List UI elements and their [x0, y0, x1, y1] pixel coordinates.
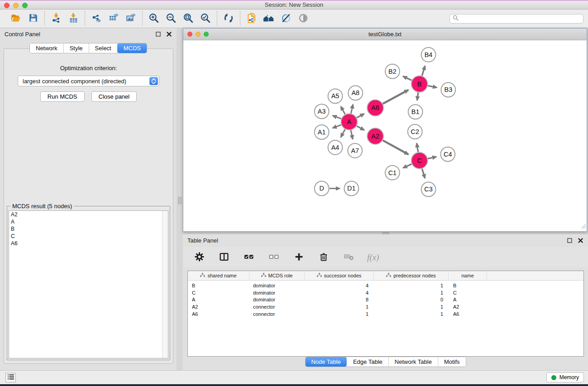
graph-node-C2[interactable]: C2 [408, 124, 422, 139]
settings-gear-button[interactable] [193, 251, 206, 264]
select-all-checkboxes-button[interactable] [243, 251, 255, 264]
table-cell[interactable]: 8 [305, 297, 374, 302]
graph-node-C1[interactable]: C1 [385, 166, 400, 180]
edge-A-A2[interactable] [357, 126, 364, 130]
clone-network-button[interactable] [245, 12, 258, 25]
graph-node-A1[interactable]: A1 [315, 125, 329, 139]
tab-network-table[interactable]: Network Table [388, 357, 438, 367]
close-network-window-button[interactable] [187, 32, 192, 37]
zoom-selected-button[interactable] [199, 12, 212, 25]
graph-node-C3[interactable]: C3 [421, 182, 436, 197]
delete-column-button[interactable] [317, 251, 330, 264]
tab-mcds[interactable]: MCDS [117, 43, 147, 53]
tab-motifs[interactable]: Motifs [438, 357, 466, 367]
mcds-result-item[interactable]: A2 [9, 211, 168, 218]
memory-button[interactable]: Memory [546, 372, 584, 382]
table-cell[interactable]: B [449, 283, 487, 288]
edge-B-B4[interactable] [422, 66, 425, 76]
hide-details-button[interactable] [280, 12, 292, 25]
save-session-button[interactable] [27, 12, 39, 25]
edge-B-B2[interactable] [403, 76, 411, 81]
deselect-all-checkboxes-button[interactable] [268, 251, 280, 264]
graph-node-A[interactable]: A [341, 114, 357, 130]
table-cell[interactable]: dominator [249, 297, 305, 302]
graph-node-B[interactable]: B [411, 76, 428, 92]
table-cell[interactable]: dominator [249, 290, 305, 295]
table-cell[interactable]: B [188, 283, 249, 288]
table-cell[interactable]: 4 [305, 283, 374, 288]
table-cell[interactable]: A2 [449, 304, 487, 310]
edge-A6-B[interactable] [383, 90, 408, 104]
edge-B-B3[interactable] [428, 86, 437, 87]
graph-node-C4[interactable]: C4 [440, 147, 455, 162]
export-network-button[interactable] [90, 12, 103, 25]
zoom-in-button[interactable] [148, 12, 160, 25]
import-table-button[interactable] [67, 12, 80, 25]
close-panel-action-button[interactable]: Close panel [91, 91, 137, 102]
column-header-shared-name[interactable]: shared name [188, 271, 249, 280]
graph-node-A5[interactable]: A5 [328, 89, 343, 103]
edge-A-A5[interactable] [341, 106, 345, 114]
table-cell[interactable]: connector [249, 311, 305, 317]
graph-node-A6[interactable]: A6 [367, 100, 383, 116]
optimization-criterion-select[interactable]: largest connected component (directed) [18, 76, 159, 86]
minimize-window-button[interactable] [13, 3, 19, 8]
edge-C-C2[interactable] [417, 143, 418, 152]
scrollbar-track[interactable] [162, 211, 168, 358]
table-cell[interactable]: 4 [305, 290, 374, 295]
table-cell[interactable]: 0 [374, 297, 449, 302]
close-table-panel-button[interactable] [577, 237, 583, 243]
graph-node-B4[interactable]: B4 [421, 48, 436, 62]
column-header-mcds-role[interactable]: MCDS role [249, 271, 305, 280]
table-cell[interactable]: A [188, 297, 249, 302]
table-cell[interactable]: 1 [374, 304, 449, 310]
network-canvas[interactable]: AA1A2A3A4A5A6A7A8BB1B2B3B4CC1C2C3C4DD1 [183, 40, 587, 231]
home-pair-button[interactable] [263, 12, 275, 25]
edge-C-C3[interactable] [422, 169, 425, 178]
mcds-result-item[interactable]: C [9, 233, 168, 240]
table-cell[interactable]: 1 [305, 311, 374, 317]
float-table-panel-button[interactable] [566, 237, 573, 243]
graph-node-C[interactable]: C [411, 152, 428, 169]
graph-node-B3[interactable]: B3 [441, 83, 455, 97]
mcds-result-item[interactable]: A6 [9, 240, 168, 247]
table-cell[interactable]: C [188, 290, 249, 295]
edge-A-A6[interactable] [357, 114, 364, 118]
vertical-splitter-handle[interactable] [178, 197, 182, 204]
tab-node-table[interactable]: Node Table [305, 357, 347, 367]
zoom-window-button[interactable] [22, 3, 28, 8]
column-layout-button[interactable] [218, 251, 230, 264]
import-network-button[interactable] [50, 12, 62, 25]
edge-C-C1[interactable] [403, 164, 412, 168]
run-mcds-button[interactable]: Run MCDS [40, 91, 85, 102]
float-panel-button[interactable] [155, 31, 161, 37]
graph-node-B1[interactable]: B1 [408, 105, 423, 119]
graph-node-A8[interactable]: A8 [348, 86, 363, 100]
table-cell[interactable]: A6 [449, 311, 487, 317]
export-table-button[interactable] [107, 12, 120, 25]
graph-node-D[interactable]: D [315, 181, 329, 196]
table-cell[interactable]: 1 [374, 283, 449, 288]
edge-C-C4[interactable] [428, 157, 436, 158]
tab-network[interactable]: Network [30, 43, 63, 53]
add-column-button[interactable] [292, 251, 305, 264]
column-header-predecessor-nodes[interactable]: predecessor nodes [374, 271, 449, 280]
edge-A-A7[interactable] [351, 130, 353, 139]
edge-A-A1[interactable] [333, 125, 341, 128]
close-panel-button[interactable] [166, 31, 172, 37]
refresh-layout-button[interactable] [222, 12, 235, 25]
show-details-button[interactable] [297, 12, 310, 25]
task-history-button[interactable] [5, 373, 16, 382]
column-header-name[interactable]: name [449, 271, 487, 280]
edge-A-A8[interactable] [351, 105, 353, 114]
edge-A-A4[interactable] [341, 129, 345, 137]
graph-node-A4[interactable]: A4 [328, 140, 343, 155]
graph-node-A7[interactable]: A7 [348, 143, 362, 158]
tab-edge-table[interactable]: Edge Table [347, 357, 388, 367]
mcds-result-item[interactable]: A [9, 218, 168, 225]
table-cell[interactable]: C [449, 290, 487, 295]
zoom-fit-button[interactable] [182, 12, 195, 25]
table-cell[interactable]: 1 [305, 304, 374, 310]
edge-A-A3[interactable] [333, 115, 341, 119]
edge-B-B1[interactable] [417, 92, 418, 100]
